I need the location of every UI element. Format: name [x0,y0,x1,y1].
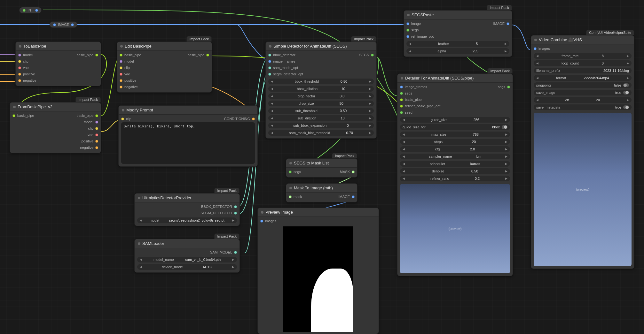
widget-steps[interactable]: ◀steps20▶ [400,139,510,145]
widget-save_image[interactable]: save_imagetrue [534,90,632,95]
title: SEGSPaste [412,12,434,17]
node-tobasicpipe[interactable]: ToBasicPipe model basic_pipe clip vae po… [15,42,101,86]
widget-denoise[interactable]: ◀denoise0.50▶ [400,168,510,174]
widget-sub_dilation[interactable]: ◀sub_dilation10▶ [268,115,374,121]
widget-bbox_dilation[interactable]: ◀bbox_dilation10▶ [268,86,374,92]
badge-impact: Impact Pack [186,36,212,42]
widget-loop_count[interactable]: ◀loop_count0▶ [534,60,632,66]
widget-sampler_name[interactable]: ◀sampler_namelcm▶ [400,154,510,159]
badge-impact: Impact Pack [351,36,376,42]
node-editbasicpipe[interactable]: Impact Pack Edit BasicPipe basic_pipe ba… [117,42,212,93]
node-detector[interactable]: Impact Pack Simple Detector for AnimateD… [265,42,377,139]
title: ToBasicPipe [23,44,46,49]
widget-drop_size[interactable]: ◀drop_size50▶ [268,101,374,106]
image-relay[interactable]: IMAGE [50,21,77,28]
title: UltralyticsDetectorProvider [142,195,192,200]
badge-impact: Impact Pack [487,68,513,73]
title: Preview Image [265,210,293,215]
widget-filename_prefix[interactable]: filename_prefix2023-11-19/blog [534,68,632,73]
node-modifyprompt[interactable]: Modify Prompt clip CONDITIONING (white b… [118,105,258,167]
widget-guide_size_for[interactable]: guide_size_forbbox [400,124,510,130]
badge-impact: Impact Pack [332,153,357,158]
title: SAMLoader [142,241,164,246]
widget-ultra-model[interactable]: ◀model_segm/deepfashion2_yolov8s-seg.pt▶ [137,217,237,223]
badge-impact: Impact Pack [487,5,512,10]
prompt-text[interactable]: (white bikini), bikini, short top, [121,122,255,164]
title: Video Combine 🎥VHS [539,37,582,42]
widget-cfg[interactable]: ◀cfg2.0▶ [400,146,510,152]
node-segs2mask[interactable]: Impact Pack SEGS to Mask List segs MASK [286,158,357,178]
widget-sam-1[interactable]: ◀device_modeAUTO▶ [137,264,237,270]
badge-impact: Impact Pack [214,188,240,193]
widget-sub_threshold[interactable]: ◀sub_threshold0.50▶ [268,108,374,114]
badge-impact: Impact Pack [75,97,101,102]
widget-sam_mask_hint_threshold[interactable]: ◀sam_mask_hint_threshold0.70▶ [268,130,374,136]
widget-bbox_threshold[interactable]: ◀bbox_threshold0.50▶ [268,79,374,84]
widget-segspaste-0[interactable]: ◀feather5▶ [406,41,509,47]
node-detailer[interactable]: Impact Pack Detailer For AnimateDiff (SE… [397,73,513,276]
title: Detailer For AnimateDiff (SEGS/pipe) [405,76,474,80]
node-preview[interactable]: Preview Image images [257,208,379,334]
widget-refiner_ratio[interactable]: ◀refiner_ratio0.2▶ [400,176,510,181]
widget-format[interactable]: ◀formatvideo/h264-mp4▶ [534,75,632,81]
widget-segspaste-1[interactable]: ◀alpha255▶ [406,48,509,54]
widget-max_size[interactable]: ◀max_size768▶ [400,132,510,137]
node-segspaste[interactable]: Impact Pack SEGSPaste image IMAGE segs r… [404,10,512,57]
int-node-pill[interactable]: INT [19,7,42,13]
widget-sam-0[interactable]: ◀model_namesam_vit_b_01ec64.pth▶ [137,257,237,262]
node-frombasicpipe[interactable]: Impact Pack FromBasicPipe_v2 basic_pipe … [10,102,101,153]
widget-pingpong[interactable]: pingpongfalse [534,82,632,88]
widget-crf[interactable]: ◀crf20▶ [534,97,632,103]
detailer-preview-image: (preview) [400,184,510,273]
widget-frame_rate[interactable]: ◀frame_rate8▶ [534,53,632,59]
widget-crop_factor[interactable]: ◀crop_factor3.0▶ [268,93,374,99]
badge-vhs: ComfyUI-VideoHelperSuite [586,30,634,35]
widget-guide_size[interactable]: ◀guide_size256▶ [400,117,510,123]
widget-sub_bbox_expansion[interactable]: ◀sub_bbox_expansion0▶ [268,123,374,128]
node-samloader[interactable]: Impact Pack SAMLoader SAM_MODEL ◀model_n… [134,239,240,273]
widget-save_metadata[interactable]: save_metadatatrue [534,104,632,110]
image-relay-label: IMAGE [58,23,69,27]
title: Modify Prompt [126,108,153,112]
badge-impact: Impact Pack [214,233,240,239]
title: SEGS to Mask List [294,161,329,165]
widget-scheduler[interactable]: ◀schedulerkarras▶ [400,161,510,167]
int-label: INT [27,8,33,12]
node-mask2image[interactable]: Mask To Image (mtb) mask IMAGE [286,183,357,202]
node-video-combine[interactable]: ComfyUI-VideoHelperSuite Video Combine 🎥… [531,35,634,269]
title: FromBasicPipe_v2 [18,104,52,109]
title: Mask To Image (mtb) [294,186,333,190]
node-ultra[interactable]: Impact Pack UltralyticsDetectorProvider … [134,193,240,226]
title: Edit BasicPipe [125,44,152,49]
title: Simple Detector for AnimateDiff (SEGS) [273,44,347,49]
video-preview-image: (preview) [534,113,632,266]
